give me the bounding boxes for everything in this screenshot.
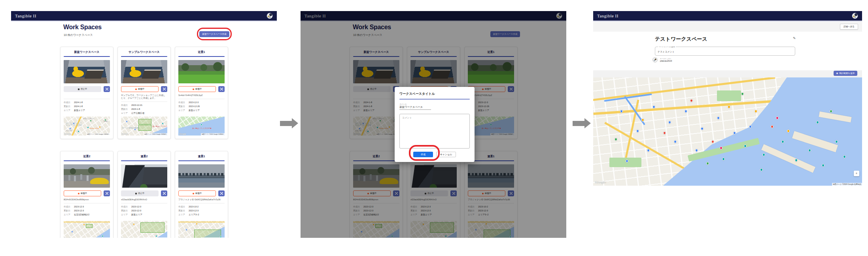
- map-thumbnail[interactable]: Google 地図データ ©2024 Google 利用規約 赤い靴はいていた女…: [178, 117, 225, 136]
- workflow-screenshot: Tangible II Work Spaces 10 件のワークスペース 新規ワ…: [0, 0, 868, 256]
- workspace-details: 作成日2023-12-3 更新日2023-12-3 エリア近景2詳細検討2: [64, 205, 110, 216]
- updated-label: 更新日: [121, 107, 131, 111]
- card-title-divider: [64, 56, 110, 57]
- card-divider: [178, 203, 225, 203]
- axes-icon: [220, 87, 223, 91]
- axes-icon: [105, 87, 109, 91]
- description-input[interactable]: [655, 48, 795, 56]
- updated-label: 更新日: [121, 209, 131, 213]
- map-thumbnail[interactable]: Google 地図データ ©2024 Google 利用規約 ローソン 横浜山下…: [121, 117, 167, 136]
- status-badge: 稼働中: [178, 190, 216, 196]
- workspace-card-title: 近景1: [178, 50, 225, 54]
- google-logo: Google: [64, 237, 71, 238]
- owner-name: plateau2023: [660, 60, 672, 62]
- open-viewer-button[interactable]: [161, 86, 167, 92]
- area-value: 新規エリア: [189, 109, 200, 112]
- status-dot-icon: [193, 193, 194, 194]
- status-dot-icon: [135, 193, 137, 194]
- area-value: 新規エリア: [131, 213, 142, 216]
- workspace-scene-image: [121, 60, 167, 83]
- open-viewer-button[interactable]: [218, 86, 225, 92]
- create-workspace-button[interactable]: 新規ワークスペース作成: [199, 31, 229, 37]
- title-input[interactable]: [399, 105, 431, 110]
- map-toolbar-band: [593, 70, 862, 77]
- workspace-card[interactable]: 遠景2 停止中 xf23acbDE4ngD3ORAXnO 作成日2023-12-…: [117, 151, 171, 238]
- workspace-card[interactable]: サンプルワークスペース 稼働中 サンプルです。ワークショップごとに作成したり、グ…: [117, 47, 171, 139]
- workspace-card-title: サンプルワークスペース: [121, 50, 167, 54]
- workspace-scene-image: [64, 60, 110, 83]
- comment-textarea[interactable]: [399, 114, 470, 149]
- google-logo: Google: [122, 133, 129, 135]
- map-selection-rect: [138, 119, 151, 124]
- open-viewer-button[interactable]: [104, 190, 110, 196]
- map-attribution[interactable]: 地図データ ©2024 Google 利用規約: [832, 183, 862, 186]
- description-field-label: ワークスペースの説明: [658, 46, 676, 48]
- area-label: エリア: [64, 213, 74, 216]
- map-poi-label: Tokyu: [104, 120, 108, 122]
- card-divider: [121, 102, 167, 102]
- workspace-card-title: 新規ワークスペース: [64, 50, 110, 54]
- created-value: 2024-1-8: [74, 101, 83, 104]
- open-viewer-button[interactable]: [218, 190, 225, 196]
- open-viewer-button[interactable]: [104, 86, 110, 92]
- updated-value: 2023-12-3: [74, 209, 84, 213]
- area-label: エリア: [121, 111, 131, 115]
- red-annotation-circle: [409, 145, 440, 161]
- workspace-card[interactable]: 近景1 稼働中 Sn4dvYfz4hVjTXS5LSpZ 作成日2023-12-…: [175, 47, 228, 139]
- workspace-card[interactable]: 近景2 稼働中 8GHn5ODi6Obx899kjmvn 作成日2023-12-…: [60, 151, 113, 238]
- add-study-area-button[interactable]: ◉ 検討範囲を追加: [834, 71, 857, 76]
- google-logo: Google: [122, 237, 129, 238]
- status-label: 稼働中: [138, 88, 145, 90]
- created-value: 2023-12-21: [131, 104, 142, 107]
- map-poi-label: minato coffee: [90, 128, 99, 129]
- detail-toolbar: 詳細へ戻る: [593, 21, 862, 32]
- google-logo: Google: [595, 181, 606, 184]
- created-label: 作成日: [64, 101, 74, 104]
- add-study-area-label: 検討範囲を追加: [839, 72, 855, 75]
- created-label: 作成日: [178, 205, 189, 209]
- map-poi-label: スタジオ: [66, 130, 72, 132]
- card-title-divider: [178, 160, 225, 161]
- map-thumbnail[interactable]: Google 地図データ ©2024 Google 利用規約: [64, 221, 110, 238]
- workspace-card[interactable]: 新規ワークスペース 停止中 作成日2024-1-8 更新日2024-1-8: [60, 47, 113, 139]
- created-label: 作成日: [121, 205, 131, 209]
- open-viewer-button[interactable]: [161, 190, 167, 196]
- map-poi-label: 赤い靴はいていた女の子像: [153, 126, 167, 127]
- card-title-divider: [121, 160, 167, 161]
- updated-value: 2023-12-3: [131, 209, 141, 213]
- map-zoom-in-button[interactable]: +: [854, 171, 859, 176]
- status-label: 稼働中: [195, 88, 202, 90]
- updated-label: 更新日: [64, 105, 74, 108]
- flow-arrow-icon: [280, 121, 292, 126]
- back-to-detail-button[interactable]: 詳細へ戻る: [840, 24, 858, 30]
- status-badge: 停止中: [64, 86, 101, 92]
- user-avatar[interactable]: [267, 13, 273, 19]
- workspace-meta: プロジェクトID Gk9fCQSRkbZaKw7n7p36: [178, 198, 225, 201]
- google-logo: Google: [64, 133, 71, 135]
- workspace-map[interactable]: + Google 地図データ ©2024 Google 利用規約: [593, 77, 862, 186]
- card-divider: [64, 99, 110, 99]
- workspace-list-screen: Tangible II Work Spaces 10 件のワークスペース 新規ワ…: [11, 11, 277, 238]
- status-badge: 稼働中: [64, 190, 101, 196]
- area-label: エリア: [64, 109, 74, 112]
- updated-value: 2024-1-8: [74, 105, 83, 108]
- brand-logo: Tangible II: [597, 13, 618, 18]
- map-thumbnail[interactable]: Google 地図データ ©2024 Google 利用規約: [121, 221, 167, 238]
- owner-label: オーガナイザー: [660, 58, 672, 60]
- brand-logo: Tangible II: [15, 13, 36, 18]
- area-label: エリア: [178, 109, 189, 112]
- area-label: エリア: [178, 213, 189, 216]
- user-avatar[interactable]: [852, 13, 858, 19]
- area-label: エリア: [121, 213, 131, 216]
- status-label: 稼働中: [195, 192, 202, 195]
- edit-pencil-icon[interactable]: ✎: [793, 36, 796, 40]
- workspace-scene-image: [64, 164, 110, 188]
- map-attribution: 地図データ ©2024 Google 利用規約: [86, 237, 110, 238]
- workspace-details: 作成日2023-12-3 更新日2023-12-3 エリア新規エリア: [121, 205, 167, 216]
- workspace-meta: 8GHn5ODi6Obx899kjmvn: [64, 198, 110, 201]
- workspace-card-title: 遠景2: [121, 154, 167, 158]
- workspace-details: 作成日2023-12-21 更新日2024-1-8 エリア山下公園広場: [121, 104, 167, 115]
- map-thumbnail[interactable]: Google 地図データ ©2024 Google 利用規約: [178, 221, 225, 238]
- map-thumbnail[interactable]: Google 地図データ ©2024 Google 利用規約 みなとこみらいロー…: [64, 117, 110, 136]
- workspace-card[interactable]: 遠景1 稼働中 プロジェクトID Gk9fCQSRkbZaKw7n7p36 作成…: [175, 151, 228, 238]
